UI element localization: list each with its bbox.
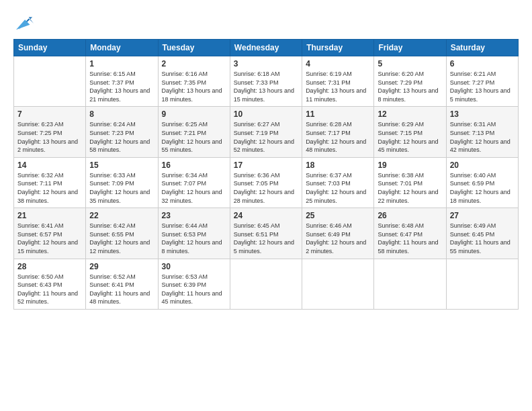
week-row-4: 21Sunrise: 6:41 AMSunset: 6:57 PMDayligh… xyxy=(14,208,519,259)
day-number: 22 xyxy=(89,211,154,220)
day-info: Sunrise: 6:45 AMSunset: 6:51 PMDaylight:… xyxy=(234,222,298,255)
calendar-cell xyxy=(14,56,86,107)
day-number: 15 xyxy=(89,161,154,170)
calendar-cell xyxy=(302,259,374,309)
day-number: 1 xyxy=(89,59,154,68)
week-row-3: 14Sunrise: 6:32 AMSunset: 7:11 PMDayligh… xyxy=(14,157,519,208)
weekday-header-tuesday: Tuesday xyxy=(158,40,230,56)
day-number: 19 xyxy=(378,161,442,170)
calendar-cell xyxy=(374,259,446,309)
calendar-cell: 18Sunrise: 6:37 AMSunset: 7:03 PMDayligh… xyxy=(302,157,374,208)
day-number: 12 xyxy=(378,109,442,119)
day-info: Sunrise: 6:16 AMSunset: 7:35 PMDaylight:… xyxy=(162,70,226,103)
day-number: 13 xyxy=(450,109,515,119)
day-info: Sunrise: 6:29 AMSunset: 7:15 PMDaylight:… xyxy=(378,120,442,154)
day-info: Sunrise: 6:41 AMSunset: 6:57 PMDaylight:… xyxy=(17,222,82,255)
day-number: 7 xyxy=(17,109,82,119)
day-info: Sunrise: 6:25 AMSunset: 7:21 PMDaylight:… xyxy=(162,120,226,154)
calendar-cell: 19Sunrise: 6:38 AMSunset: 7:01 PMDayligh… xyxy=(374,157,446,208)
logo xyxy=(13,13,35,32)
calendar-cell: 22Sunrise: 6:42 AMSunset: 6:55 PMDayligh… xyxy=(86,208,158,259)
day-number: 20 xyxy=(450,161,515,170)
calendar-cell: 8Sunrise: 6:24 AMSunset: 7:23 PMDaylight… xyxy=(86,107,158,157)
day-number: 4 xyxy=(306,59,370,68)
day-info: Sunrise: 6:28 AMSunset: 7:17 PMDaylight:… xyxy=(306,120,370,154)
day-info: Sunrise: 6:31 AMSunset: 7:13 PMDaylight:… xyxy=(450,120,515,154)
day-number: 10 xyxy=(234,109,298,119)
day-info: Sunrise: 6:34 AMSunset: 7:07 PMDaylight:… xyxy=(162,171,226,205)
day-number: 27 xyxy=(450,211,515,220)
calendar-cell: 21Sunrise: 6:41 AMSunset: 6:57 PMDayligh… xyxy=(14,208,86,259)
calendar-cell: 17Sunrise: 6:36 AMSunset: 7:05 PMDayligh… xyxy=(230,157,302,208)
day-info: Sunrise: 6:46 AMSunset: 6:49 PMDaylight:… xyxy=(306,222,370,255)
day-info: Sunrise: 6:37 AMSunset: 7:03 PMDaylight:… xyxy=(306,171,370,205)
calendar-cell: 13Sunrise: 6:31 AMSunset: 7:13 PMDayligh… xyxy=(446,107,518,157)
calendar-cell: 25Sunrise: 6:46 AMSunset: 6:49 PMDayligh… xyxy=(302,208,374,259)
day-number: 23 xyxy=(162,211,226,220)
week-row-5: 28Sunrise: 6:50 AMSunset: 6:43 PMDayligh… xyxy=(14,259,519,309)
week-row-1: 1Sunrise: 6:15 AMSunset: 7:37 PMDaylight… xyxy=(14,56,519,107)
calendar-table: SundayMondayTuesdayWednesdayThursdayFrid… xyxy=(13,39,519,310)
day-number: 9 xyxy=(162,109,226,119)
weekday-header-thursday: Thursday xyxy=(302,40,374,56)
day-number: 29 xyxy=(89,262,154,271)
weekday-header-wednesday: Wednesday xyxy=(230,40,302,56)
day-info: Sunrise: 6:21 AMSunset: 7:27 PMDaylight:… xyxy=(450,70,515,103)
day-number: 14 xyxy=(17,161,82,170)
calendar-cell: 28Sunrise: 6:50 AMSunset: 6:43 PMDayligh… xyxy=(14,259,86,309)
day-info: Sunrise: 6:42 AMSunset: 6:55 PMDaylight:… xyxy=(89,222,154,255)
calendar-cell: 15Sunrise: 6:33 AMSunset: 7:09 PMDayligh… xyxy=(86,157,158,208)
calendar-cell: 20Sunrise: 6:40 AMSunset: 6:59 PMDayligh… xyxy=(446,157,518,208)
calendar-cell: 26Sunrise: 6:48 AMSunset: 6:47 PMDayligh… xyxy=(374,208,446,259)
calendar-cell: 12Sunrise: 6:29 AMSunset: 7:15 PMDayligh… xyxy=(374,107,446,157)
day-info: Sunrise: 6:23 AMSunset: 7:25 PMDaylight:… xyxy=(17,120,82,154)
calendar-cell: 4Sunrise: 6:19 AMSunset: 7:31 PMDaylight… xyxy=(302,56,374,107)
calendar-cell: 29Sunrise: 6:52 AMSunset: 6:41 PMDayligh… xyxy=(86,259,158,309)
calendar-cell: 14Sunrise: 6:32 AMSunset: 7:11 PMDayligh… xyxy=(14,157,86,208)
day-number: 18 xyxy=(306,161,370,170)
calendar-cell: 24Sunrise: 6:45 AMSunset: 6:51 PMDayligh… xyxy=(230,208,302,259)
calendar-cell: 27Sunrise: 6:49 AMSunset: 6:45 PMDayligh… xyxy=(446,208,518,259)
day-number: 21 xyxy=(17,211,82,220)
day-info: Sunrise: 6:48 AMSunset: 6:47 PMDaylight:… xyxy=(378,222,442,255)
day-number: 6 xyxy=(450,59,515,68)
calendar-cell: 6Sunrise: 6:21 AMSunset: 7:27 PMDaylight… xyxy=(446,56,518,107)
day-info: Sunrise: 6:40 AMSunset: 6:59 PMDaylight:… xyxy=(450,171,515,205)
weekday-header-monday: Monday xyxy=(86,40,158,56)
day-number: 24 xyxy=(234,211,298,220)
calendar-header: SundayMondayTuesdayWednesdayThursdayFrid… xyxy=(14,40,519,56)
day-number: 28 xyxy=(17,262,82,271)
calendar-cell: 30Sunrise: 6:53 AMSunset: 6:39 PMDayligh… xyxy=(158,259,230,309)
calendar-cell: 5Sunrise: 6:20 AMSunset: 7:29 PMDaylight… xyxy=(374,56,446,107)
calendar-cell: 1Sunrise: 6:15 AMSunset: 7:37 PMDaylight… xyxy=(86,56,158,107)
calendar-cell: 9Sunrise: 6:25 AMSunset: 7:21 PMDaylight… xyxy=(158,107,230,157)
day-info: Sunrise: 6:33 AMSunset: 7:09 PMDaylight:… xyxy=(89,171,154,205)
day-info: Sunrise: 6:44 AMSunset: 6:53 PMDaylight:… xyxy=(162,222,226,255)
day-info: Sunrise: 6:15 AMSunset: 7:37 PMDaylight:… xyxy=(89,70,154,103)
day-info: Sunrise: 6:24 AMSunset: 7:23 PMDaylight:… xyxy=(89,120,154,154)
calendar-body: 1Sunrise: 6:15 AMSunset: 7:37 PMDaylight… xyxy=(14,56,519,310)
weekday-header-saturday: Saturday xyxy=(446,40,518,56)
calendar-cell: 23Sunrise: 6:44 AMSunset: 6:53 PMDayligh… xyxy=(158,208,230,259)
calendar-cell xyxy=(446,259,518,309)
day-info: Sunrise: 6:27 AMSunset: 7:19 PMDaylight:… xyxy=(234,120,298,154)
calendar-cell xyxy=(230,259,302,309)
calendar-cell: 10Sunrise: 6:27 AMSunset: 7:19 PMDayligh… xyxy=(230,107,302,157)
page: SundayMondayTuesdayWednesdayThursdayFrid… xyxy=(0,0,532,411)
day-info: Sunrise: 6:52 AMSunset: 6:41 PMDaylight:… xyxy=(89,273,154,306)
day-number: 16 xyxy=(162,161,226,170)
day-number: 3 xyxy=(234,59,298,68)
day-number: 17 xyxy=(234,161,298,170)
day-info: Sunrise: 6:53 AMSunset: 6:39 PMDaylight:… xyxy=(162,273,226,306)
day-info: Sunrise: 6:19 AMSunset: 7:31 PMDaylight:… xyxy=(306,70,370,103)
weekday-header-sunday: Sunday xyxy=(14,40,86,56)
week-row-2: 7Sunrise: 6:23 AMSunset: 7:25 PMDaylight… xyxy=(14,107,519,157)
day-number: 25 xyxy=(306,211,370,220)
day-info: Sunrise: 6:50 AMSunset: 6:43 PMDaylight:… xyxy=(17,273,82,306)
weekday-header-friday: Friday xyxy=(374,40,446,56)
day-info: Sunrise: 6:32 AMSunset: 7:11 PMDaylight:… xyxy=(17,171,82,205)
calendar-cell: 3Sunrise: 6:18 AMSunset: 7:33 PMDaylight… xyxy=(230,56,302,107)
logo-icon xyxy=(16,13,35,32)
header xyxy=(13,11,519,32)
calendar-cell: 2Sunrise: 6:16 AMSunset: 7:35 PMDaylight… xyxy=(158,56,230,107)
